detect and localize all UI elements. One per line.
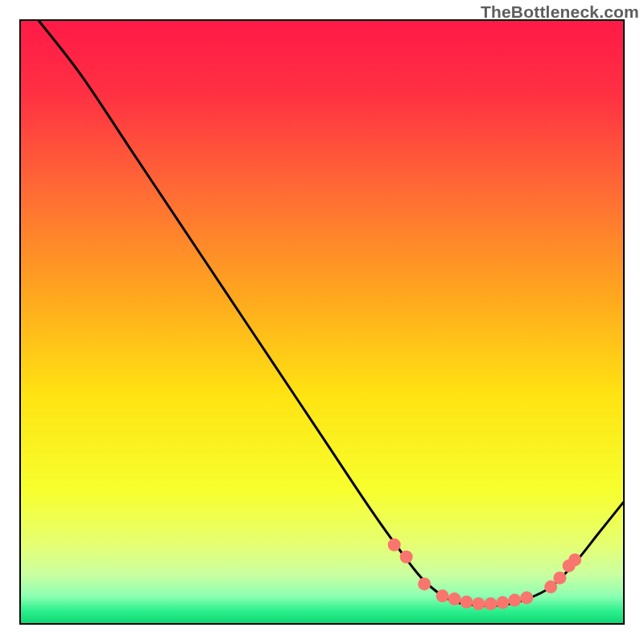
data-marker: [388, 539, 401, 551]
data-marker: [448, 592, 461, 605]
data-marker: [400, 551, 413, 564]
chart-stage: TheBottleneck.com: [0, 0, 644, 644]
data-marker: [418, 577, 431, 590]
data-marker: [460, 596, 473, 609]
data-marker: [436, 589, 449, 602]
data-marker: [553, 572, 566, 584]
data-marker: [484, 597, 497, 610]
plot-background: [21, 21, 623, 623]
data-marker: [496, 597, 509, 609]
plot-svg: [21, 21, 623, 623]
data-marker: [568, 553, 581, 566]
plot-frame: [19, 19, 625, 625]
data-marker: [472, 597, 485, 610]
data-marker: [520, 592, 533, 605]
data-marker: [508, 594, 521, 607]
